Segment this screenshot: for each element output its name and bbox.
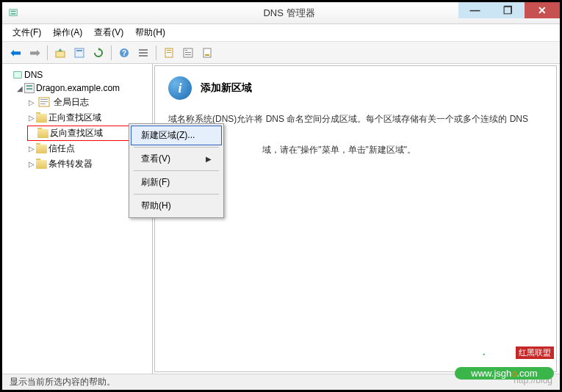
panel-header: i 添加新区域 [168, 76, 543, 100]
svg-rect-16 [185, 52, 191, 53]
context-new-zone[interactable]: 新建区域(Z)... [131, 126, 222, 145]
refresh-button[interactable] [90, 44, 107, 62]
svg-rect-23 [40, 101, 48, 102]
folder-icon [36, 114, 47, 123]
svg-rect-17 [185, 54, 191, 55]
submenu-arrow-icon: ▶ [206, 155, 212, 163]
content-area: DNS ◢ Dragon.example.com ▷ 全局日志 ▷ 正向查找区域 [2, 64, 560, 374]
svg-rect-19 [205, 54, 209, 56]
log-icon [38, 97, 50, 109]
forward-button[interactable]: ➡ [26, 44, 43, 62]
svg-rect-0 [10, 9, 18, 15]
svg-rect-10 [139, 55, 148, 57]
server-icon [24, 83, 35, 93]
tree-panel: DNS ◢ Dragon.example.com ▷ 全局日志 ▷ 正向查找区域 [2, 64, 153, 374]
statusbar: 显示当前所选内容的帮助。 [2, 374, 560, 390]
tree-root-dns[interactable]: DNS [4, 68, 151, 81]
maximize-button[interactable]: ❐ [491, 2, 525, 18]
context-item-label: 查看(V) [141, 153, 170, 165]
context-menu: 新建区域(Z)... 查看(V) ▶ 刷新(F) 帮助(H) [129, 123, 224, 218]
context-view[interactable]: 查看(V) ▶ [131, 149, 222, 169]
svg-rect-22 [40, 99, 48, 100]
status-text: 显示当前所选内容的帮助。 [10, 376, 115, 388]
window-controls: — ❐ ✕ [458, 2, 560, 23]
tree-label: Dragon.example.com [35, 82, 121, 94]
context-help[interactable]: 帮助(H) [131, 196, 222, 216]
tree-global-log[interactable]: ▷ 全局日志 [27, 95, 151, 110]
svg-rect-8 [139, 49, 148, 51]
menu-view[interactable]: 查看(V) [88, 25, 129, 40]
context-separator [134, 170, 219, 171]
expand-icon[interactable]: ▷ [27, 160, 36, 168]
dns-icon [12, 70, 23, 80]
folder-icon [37, 129, 48, 138]
toolbar: ⬅ ➡ ? [2, 42, 560, 64]
toolbar-separator [111, 46, 112, 60]
folder-icon [36, 145, 47, 153]
properties-button[interactable] [71, 44, 88, 62]
panel-title: 添加新区域 [201, 81, 252, 95]
svg-text:?: ? [122, 49, 126, 57]
tree-label: 条件转发器 [47, 157, 94, 171]
svg-rect-4 [75, 48, 84, 57]
minimize-button[interactable]: — [458, 2, 491, 18]
panel-description-line1: 域名称系统(DNS)允许将 DNS 命名空间分成区域。每个区域存储有关一个或多个… [168, 112, 543, 126]
info-icon: i [168, 76, 192, 100]
svg-rect-3 [56, 51, 65, 57]
svg-rect-1 [11, 10, 16, 12]
help-button[interactable]: ? [115, 44, 133, 62]
expand-icon[interactable]: ▷ [27, 145, 36, 153]
tree-server[interactable]: ◢ Dragon.example.com [15, 81, 151, 95]
svg-rect-15 [185, 50, 187, 51]
menu-help[interactable]: 帮助(H) [129, 25, 171, 40]
tree-label: 反向查找区域 [48, 126, 104, 140]
filter-icon[interactable] [160, 44, 178, 62]
svg-rect-20 [14, 72, 22, 79]
context-item-label: 帮助(H) [141, 200, 171, 212]
export-icon[interactable] [198, 44, 216, 62]
svg-rect-24 [40, 104, 46, 104]
menubar: 文件(F) 操作(A) 查看(V) 帮助(H) [2, 24, 560, 42]
svg-rect-2 [11, 13, 16, 15]
svg-rect-12 [167, 50, 171, 51]
app-icon [8, 8, 18, 18]
up-button[interactable] [51, 44, 69, 62]
toolbar-separator [156, 46, 156, 60]
tree-label: DNS [23, 69, 44, 81]
detail-icon[interactable] [179, 44, 197, 62]
context-separator [134, 147, 219, 148]
context-item-label: 新建区域(Z)... [141, 129, 195, 142]
context-separator [134, 194, 219, 195]
collapse-icon[interactable]: ◢ [15, 84, 24, 92]
folder-icon [36, 160, 47, 169]
tree-label: 信任点 [47, 142, 76, 156]
tree-label: 全局日志 [52, 95, 90, 109]
svg-rect-5 [76, 50, 82, 51]
svg-rect-18 [203, 48, 211, 57]
close-button[interactable]: ✕ [525, 2, 560, 18]
titlebar: DNS 管理器 — ❐ ✕ [2, 2, 560, 24]
expand-icon[interactable]: ▷ [27, 114, 36, 122]
back-button[interactable]: ⬅ [7, 44, 24, 62]
svg-rect-9 [139, 52, 148, 54]
tree-label: 正向查找区域 [47, 111, 103, 125]
panel-description-line2: 域，请在"操作"菜单，单击"新建区域"。 [168, 142, 543, 157]
toolbar-separator [47, 46, 48, 60]
menu-action[interactable]: 操作(A) [47, 25, 88, 40]
context-item-label: 刷新(F) [141, 176, 170, 189]
svg-rect-13 [167, 52, 171, 53]
list-button[interactable] [134, 44, 152, 62]
menu-file[interactable]: 文件(F) [7, 25, 47, 40]
details-panel: i 添加新区域 域名称系统(DNS)允许将 DNS 命名空间分成区域。每个区域存… [154, 65, 557, 372]
context-refresh[interactable]: 刷新(F) [131, 173, 222, 192]
expand-icon[interactable]: ▷ [27, 98, 36, 106]
